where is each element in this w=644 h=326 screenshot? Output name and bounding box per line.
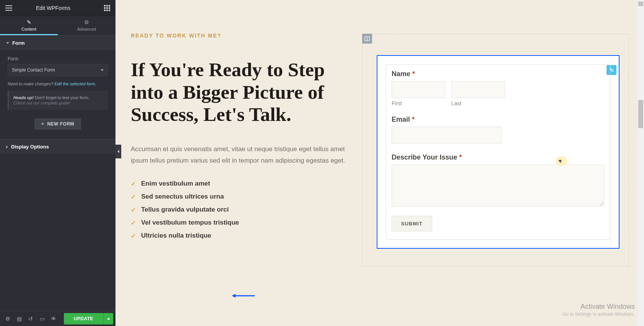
svg-marker-3 xyxy=(232,294,236,298)
section-title: Form xyxy=(12,40,25,46)
panel-header: Edit WPForms xyxy=(0,0,115,16)
eyebrow-text: READY TO WORK WITH ME? xyxy=(131,33,347,39)
tab-label: Content xyxy=(21,27,36,31)
check-icon: ✓ xyxy=(131,219,136,227)
submit-button[interactable]: SUBMIT xyxy=(392,216,432,231)
responsive-icon[interactable]: ▭ xyxy=(37,313,47,324)
caret-up-icon xyxy=(107,318,110,319)
first-name-input[interactable] xyxy=(392,81,445,98)
form-edit-hint: Need to make changes? Edit the selected … xyxy=(8,82,108,86)
section-container[interactable]: ✎ Name * First Last xyxy=(362,34,629,266)
new-form-button[interactable]: + NEW FORM xyxy=(34,118,81,130)
annotation-arrow xyxy=(232,292,255,296)
panel-title: Edit WPForms xyxy=(36,5,70,11)
last-name-sublabel: Last xyxy=(451,100,505,106)
check-icon: ✓ xyxy=(131,232,136,240)
widgets-grid-icon[interactable] xyxy=(104,5,110,11)
gear-icon: ⚙ xyxy=(84,19,89,25)
check-icon: ✓ xyxy=(131,193,136,200)
plus-icon: + xyxy=(41,121,44,127)
form-column: ✎ Name * First Last xyxy=(362,34,629,266)
cursor-highlight xyxy=(556,156,567,166)
section-form-header[interactable]: Form xyxy=(0,35,115,51)
chevron-down-icon xyxy=(101,69,104,71)
list-item: ✓Vel vestibulum tempus tristique xyxy=(131,219,347,227)
check-icon: ✓ xyxy=(131,180,136,187)
feature-list: ✓Enim vestibulum amet ✓Sed senectus ultr… xyxy=(131,180,347,240)
form-select-value: Simple Contact Form xyxy=(12,67,55,73)
describe-field-label: Describe Your Issue * xyxy=(392,153,605,161)
form-select-label: Form xyxy=(8,56,108,62)
panel-footer: ⚙ ▤ ↺ ▭ 👁 UPDATE xyxy=(0,311,115,326)
list-item: ✓Sed senectus ultrices urna xyxy=(131,193,347,200)
scrollbar-thumb[interactable] xyxy=(638,100,643,128)
update-options-button[interactable] xyxy=(103,313,113,324)
menu-icon[interactable] xyxy=(5,5,12,11)
heads-up-notice: Heads up! Don't forget to test your form… xyxy=(8,91,108,110)
list-item: ✓Enim vestibulum amet xyxy=(131,180,347,187)
settings-icon[interactable]: ⚙ xyxy=(2,313,13,324)
chevron-down-icon xyxy=(6,42,9,44)
vertical-scrollbar[interactable] xyxy=(637,0,644,326)
main-heading: If You're Ready to Step into a Bigger Pi… xyxy=(131,59,347,126)
editor-canvas: READY TO WORK WITH ME? If You're Ready t… xyxy=(115,0,644,326)
section-form-body: Form Simple Contact Form Need to make ch… xyxy=(0,51,115,139)
first-name-sublabel: First xyxy=(392,100,445,106)
section-handle-icon[interactable] xyxy=(362,34,372,44)
tab-label: Advanced xyxy=(77,27,96,31)
email-input[interactable] xyxy=(392,127,502,143)
edit-form-link[interactable]: Edit the selected form. xyxy=(54,82,96,86)
activate-windows-sub: Go to Settings to activate Windows. xyxy=(563,311,635,317)
guide-link[interactable]: Check out our complete guide! xyxy=(13,101,103,105)
list-item: ✓Tellus gravida vulputate orci xyxy=(131,206,347,214)
elementor-side-panel: Edit WPForms ✎ Content ⚙ Advanced Form F… xyxy=(0,0,115,326)
chevron-right-icon xyxy=(6,145,8,148)
form-select[interactable]: Simple Contact Form xyxy=(8,64,108,76)
page-content: READY TO WORK WITH ME? If You're Ready t… xyxy=(115,0,644,282)
intro-paragraph: Accumsan et quis venenatis amet, vitae u… xyxy=(131,143,347,166)
tab-content[interactable]: ✎ Content xyxy=(0,16,58,35)
last-name-input[interactable] xyxy=(451,81,505,98)
wpforms-widget[interactable]: ✎ Name * First Last xyxy=(377,55,620,249)
navigator-icon[interactable]: ▤ xyxy=(14,313,24,324)
section-title: Display Options xyxy=(11,144,49,150)
section-display-options-header[interactable]: Display Options xyxy=(0,139,115,155)
scrollbar-up-button[interactable] xyxy=(638,2,643,6)
panel-collapse-toggle[interactable] xyxy=(115,145,121,158)
update-button[interactable]: UPDATE xyxy=(64,313,103,324)
preview-eye-icon[interactable]: 👁 xyxy=(48,313,59,324)
email-field-label: Email * xyxy=(392,116,605,124)
list-item: ✓Ultricies nulla tristique xyxy=(131,232,347,240)
pencil-icon: ✎ xyxy=(27,19,31,25)
panel-tabs: ✎ Content ⚙ Advanced xyxy=(0,16,115,35)
activate-windows-title: Activate Windows xyxy=(581,303,635,311)
describe-textarea[interactable] xyxy=(392,165,605,207)
history-icon[interactable]: ↺ xyxy=(25,313,36,324)
name-field-label: Name * xyxy=(392,70,605,78)
check-icon: ✓ xyxy=(131,206,136,214)
form-preview: Name * First Last Email * xyxy=(386,64,610,240)
text-column: READY TO WORK WITH ME? If You're Ready t… xyxy=(131,33,347,266)
tab-advanced[interactable]: ⚙ Advanced xyxy=(58,16,115,35)
